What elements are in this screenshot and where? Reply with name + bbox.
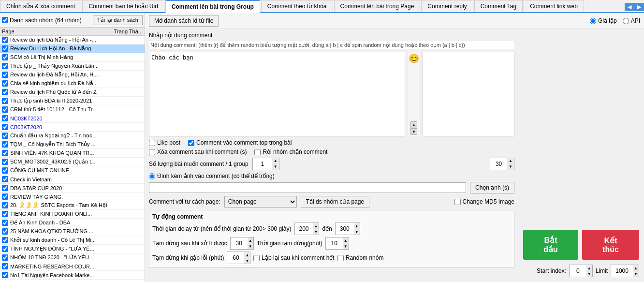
right-count-input[interactable] — [490, 158, 507, 170]
radio-api-label[interactable]: API — [623, 17, 640, 24]
comment-count-spinbox[interactable]: ▲ ▼ — [252, 158, 279, 170]
tab-2[interactable]: Comment lên bài trong Group — [165, 0, 260, 13]
group-item-checkbox[interactable] — [2, 89, 8, 95]
group-item-checkbox[interactable] — [2, 246, 8, 252]
group-item-checkbox[interactable] — [2, 272, 8, 278]
image-radio-label[interactable]: Đính kèm ảnh vào comment (có thể để trốn… — [149, 173, 275, 179]
group-item-checkbox[interactable] — [2, 263, 8, 269]
comment-top-checkbox[interactable] — [188, 140, 194, 146]
group-item-checkbox[interactable] — [2, 193, 8, 200]
pause-time-down[interactable]: ▼ — [343, 243, 349, 249]
comment-top-check-label[interactable]: Comment vào comment top trong bài — [188, 139, 292, 146]
limit-up[interactable]: ▲ — [633, 265, 639, 271]
page-select[interactable]: Chọn page — [224, 196, 297, 208]
group-list-checkbox[interactable] — [2, 17, 8, 23]
count-down-btn[interactable]: ▼ — [272, 164, 279, 170]
like-post-checkbox[interactable] — [149, 140, 155, 146]
md5-check-label[interactable]: Change MD5 Image — [454, 198, 514, 205]
limit-input[interactable] — [611, 265, 633, 277]
pause-time-spinbox[interactable]: ▲ ▼ — [325, 237, 349, 250]
tab-4[interactable]: Comment lên bài trong Page — [334, 0, 421, 12]
radio-gia-lap[interactable] — [590, 18, 596, 24]
comment-count-input[interactable] — [253, 158, 272, 170]
start-index-down[interactable]: ▼ — [586, 271, 592, 277]
delay-from-up[interactable]: ▲ — [313, 223, 319, 229]
loop-check-label[interactable]: Lặp lại sau khi comment hết — [253, 254, 334, 261]
group-item-checkbox[interactable] — [2, 237, 8, 243]
delay-to-up[interactable]: ▲ — [354, 223, 360, 229]
xoa-comment-check-label[interactable]: Xóa comment sau khi comment (s) — [149, 148, 247, 155]
random-checkbox[interactable] — [337, 255, 344, 261]
group-item-checkbox[interactable] — [2, 124, 8, 130]
tab-3[interactable]: Comment theo từ khóa — [261, 0, 333, 12]
md5-checkbox[interactable] — [454, 199, 461, 205]
image-path-input[interactable] — [149, 182, 466, 193]
start-btn[interactable]: Bắt đầu — [523, 230, 578, 260]
group-item-checkbox[interactable] — [2, 63, 8, 69]
right-count-down-btn[interactable]: ▼ — [507, 164, 514, 170]
start-index-spinbox[interactable]: ▲ ▼ — [569, 265, 593, 277]
radio-gia-lap-label[interactable]: Giả lập — [590, 17, 617, 24]
group-list-checkbox-label[interactable]: Danh sách nhóm (64 nhóm) — [2, 17, 82, 24]
group-item-checkbox[interactable] — [2, 106, 8, 113]
group-item-checkbox[interactable] — [2, 72, 8, 78]
group-item-checkbox[interactable] — [2, 150, 8, 156]
delay-to-spinbox[interactable]: ▲ ▼ — [335, 223, 360, 235]
random-check-label[interactable]: Random nhóm — [337, 254, 384, 261]
right-count-up-btn[interactable]: ▲ — [507, 158, 514, 164]
error-input[interactable] — [227, 252, 244, 264]
pause-spinbox[interactable]: ▲ ▼ — [230, 237, 254, 250]
tab-7[interactable]: Comment link web — [524, 0, 584, 12]
loop-checkbox[interactable] — [253, 255, 260, 261]
error-spinbox[interactable]: ▲ ▼ — [227, 252, 250, 264]
image-radio[interactable] — [149, 173, 155, 179]
tab-6[interactable]: Comment Tag — [474, 0, 523, 12]
count-up-btn[interactable]: ▲ — [272, 158, 279, 164]
xoa-comment-checkbox[interactable] — [149, 149, 155, 155]
tab-next-btn[interactable]: ▶ — [634, 3, 644, 11]
limit-spinbox[interactable]: ▲ ▼ — [611, 265, 639, 277]
delay-from-spinbox[interactable]: ▲ ▼ — [294, 223, 320, 235]
choose-image-btn[interactable]: Chọn ảnh (s) — [470, 182, 514, 193]
emoji-icon[interactable]: 😊 — [409, 53, 419, 64]
tab-5[interactable]: Comment reply — [421, 0, 473, 12]
scroll-up-btn[interactable]: ▲ — [410, 121, 417, 128]
group-item-checkbox[interactable] — [2, 80, 8, 87]
delay-to-down[interactable]: ▼ — [354, 229, 360, 235]
like-post-check-label[interactable]: Like post — [149, 139, 180, 146]
comment-textarea[interactable] — [149, 52, 405, 136]
group-item-checkbox[interactable] — [2, 37, 8, 43]
tab-0[interactable]: Chỉnh sửa & xóa comment — [0, 0, 81, 12]
roi-nhom-checkbox[interactable] — [254, 149, 261, 155]
group-item-checkbox[interactable] — [2, 202, 8, 208]
group-item-checkbox[interactable] — [2, 167, 8, 174]
stop-btn[interactable]: Kết thúc — [582, 230, 639, 260]
pause-down[interactable]: ▼ — [248, 243, 253, 249]
group-item-checkbox[interactable] — [2, 54, 8, 60]
error-down[interactable]: ▼ — [244, 258, 250, 264]
tab-1[interactable]: Comment bạn bè hoặc Uid — [82, 0, 164, 12]
group-item-checkbox[interactable] — [2, 220, 8, 226]
radio-api[interactable] — [623, 18, 629, 24]
pause-time-up[interactable]: ▲ — [343, 237, 349, 243]
pause-up[interactable]: ▲ — [248, 237, 253, 243]
right-count-spinbox[interactable]: ▲ ▼ — [490, 158, 514, 170]
group-item-checkbox[interactable] — [2, 185, 8, 191]
delay-from-down[interactable]: ▼ — [313, 229, 319, 235]
limit-down[interactable]: ▼ — [633, 271, 639, 277]
group-item-checkbox[interactable] — [2, 228, 8, 235]
start-index-input[interactable] — [570, 265, 586, 277]
group-item-checkbox[interactable] — [2, 211, 8, 217]
delay-to-input[interactable] — [336, 223, 354, 235]
error-up[interactable]: ▲ — [244, 252, 250, 258]
load-file-btn[interactable]: Mở danh sách Id từ file — [149, 15, 219, 27]
reload-list-btn[interactable]: Tải lại danh sách — [93, 15, 143, 25]
group-item-checkbox[interactable] — [2, 254, 8, 261]
group-item-checkbox[interactable] — [2, 176, 8, 182]
pause-time-input[interactable] — [326, 237, 343, 249]
tab-prev-btn[interactable]: ◀ — [625, 3, 634, 11]
group-item-checkbox[interactable] — [2, 115, 8, 121]
group-item-checkbox[interactable] — [2, 159, 8, 165]
group-item-checkbox[interactable] — [2, 133, 8, 139]
scroll-down-btn[interactable]: ▼ — [410, 128, 417, 135]
